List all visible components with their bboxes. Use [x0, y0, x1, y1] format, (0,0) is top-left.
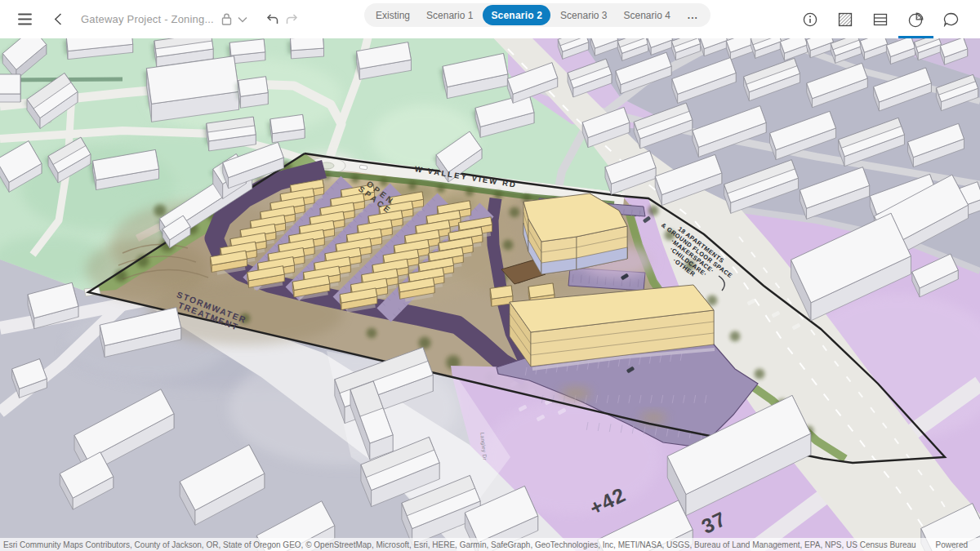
tree-icon	[408, 180, 417, 190]
tab-scenario-4[interactable]: Scenario 4	[615, 3, 678, 27]
tab-scenario-1[interactable]: Scenario 1	[418, 3, 481, 27]
speech-bubble-icon[interactable]	[943, 12, 958, 27]
project-title: Gateway Project - Zoning...	[81, 13, 214, 25]
undo-icon[interactable]	[266, 14, 278, 25]
chevron-down-icon[interactable]	[238, 16, 247, 23]
chevron-left-icon[interactable]	[49, 0, 67, 38]
tree-icon	[366, 327, 378, 340]
tabs-overflow-button[interactable]: ...	[679, 3, 707, 27]
tree-icon	[509, 207, 521, 219]
info-icon[interactable]	[803, 12, 817, 27]
tree-icon	[417, 335, 432, 350]
lock-icon	[221, 13, 232, 25]
pie-chart-icon[interactable]	[908, 12, 923, 27]
building-3d[interactable]	[267, 114, 305, 142]
attribution-powered[interactable]: Powered	[936, 540, 968, 549]
building-3d[interactable]	[490, 286, 513, 306]
tree-icon	[502, 239, 514, 251]
tree-icon	[465, 187, 474, 197]
tree-icon	[648, 205, 660, 217]
app-header: Gateway Project - Zoning...	[0, 0, 980, 38]
map-terrain-patch	[561, 388, 590, 399]
building-3d[interactable]	[0, 74, 20, 102]
scenario-tabs: ExistingScenario 1Scenario 2Scenario 3Sc…	[364, 3, 710, 27]
hatched-square-icon[interactable]	[838, 12, 853, 27]
map-3d-view[interactable]: W VALLEY VIEW RDOPENSPACESTORMWATERTREAT…	[0, 38, 980, 551]
map-terrain-patch	[640, 413, 666, 423]
tree-icon	[350, 174, 360, 184]
arcgis-urban-app: Gateway Project - Zoning...	[0, 0, 980, 551]
menu-icon[interactable]	[0, 0, 49, 38]
attribution-sources: Esri Community Maps Contributors, County…	[3, 540, 916, 549]
attribution-bar: Esri Community Maps Contributors, County…	[0, 538, 980, 551]
tab-scenario-3[interactable]: Scenario 3	[552, 3, 615, 27]
building-3d[interactable]	[235, 77, 268, 109]
building-3d[interactable]	[287, 38, 324, 59]
map-scene: W VALLEY VIEW RDOPENSPACESTORMWATERTREAT…	[0, 38, 980, 551]
car-icon	[359, 165, 368, 170]
active-tool-underline	[898, 36, 933, 38]
table-rows-icon[interactable]	[873, 12, 888, 27]
tree-icon	[754, 368, 766, 380]
tree-icon	[436, 184, 446, 193]
tab-scenario-2[interactable]: Scenario 2	[483, 5, 550, 25]
redo-icon[interactable]	[286, 14, 298, 25]
map-canvas[interactable]: W VALLEY VIEW RDOPENSPACESTORMWATERTREAT…	[0, 38, 980, 551]
tree-icon	[729, 331, 742, 343]
tab-existing[interactable]: Existing	[368, 3, 418, 27]
tree-icon	[379, 177, 389, 187]
